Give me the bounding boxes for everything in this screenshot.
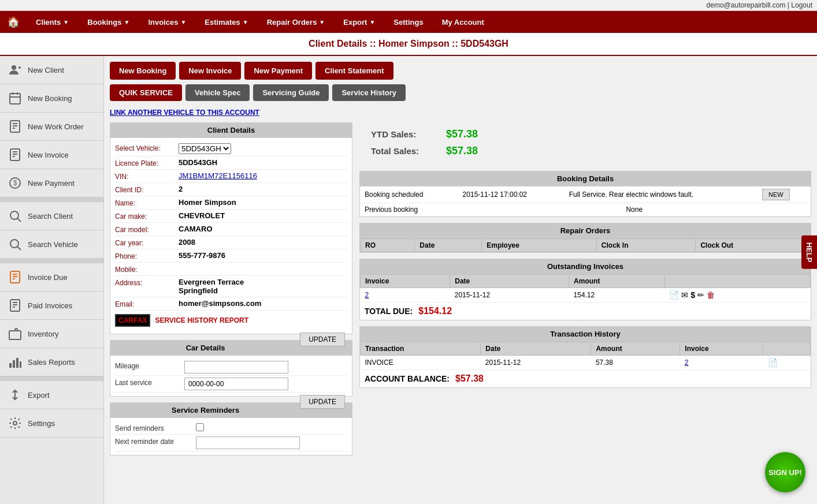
signup-button[interactable]: SIGN UP!: [765, 452, 805, 492]
car-year-label: Car year:: [115, 238, 179, 247]
sidebar-item-search-client[interactable]: Search Client: [0, 202, 103, 230]
booking-scheduled-date: 2015-11-12 17:00:02: [458, 186, 565, 203]
sidebar-item-search-vehicle[interactable]: Search Vehicle: [0, 230, 103, 259]
sidebar-item-new-invoice[interactable]: New Invoice: [0, 141, 103, 169]
new-invoice-button[interactable]: New Invoice: [179, 62, 241, 80]
car-details-body: Mileage Last service UPDATE: [110, 356, 352, 396]
nav-repair-orders[interactable]: Repair Orders ▼: [258, 12, 335, 32]
outstanding-invoices-header: Outstanding Invoices: [360, 259, 811, 274]
car-model-label: Car model:: [115, 225, 179, 234]
client-details-header: Client Details: [110, 123, 352, 138]
invoice-number-link[interactable]: 2: [365, 291, 369, 299]
th-col-amount: Amount: [591, 342, 680, 356]
help-tab[interactable]: HELP: [801, 235, 817, 269]
vin-row: VIN: JM1BM1M72E1156116: [115, 170, 347, 183]
svg-rect-32: [16, 358, 18, 368]
new-work-order-icon: [7, 118, 23, 135]
logout-link[interactable]: Logout: [791, 1, 812, 9]
invoice-actions: 📄 ✉ $ ✏ 🗑: [664, 288, 810, 303]
sidebar: New Client New Booking New Work Order Ne…: [0, 56, 104, 504]
tab-vehicle-spec[interactable]: Vehicle Spec: [185, 84, 250, 101]
total-due-row: TOTAL DUE: $154.12: [360, 303, 811, 320]
svg-point-17: [10, 211, 18, 219]
client-update-button[interactable]: UPDATE: [300, 333, 345, 346]
edit-icon[interactable]: ✏: [697, 290, 704, 300]
vin-label: VIN:: [115, 171, 179, 181]
search-client-icon: [7, 208, 23, 224]
mileage-input[interactable]: [184, 361, 288, 374]
booking-new-button[interactable]: NEW: [762, 189, 790, 200]
nav-invoices[interactable]: Invoices ▼: [139, 12, 195, 32]
sidebar-item-paid-invoices[interactable]: Paid Invoices: [0, 292, 103, 320]
link-another-vehicle[interactable]: LINK ANOTHER VEHICLE TO THIS ACCOUNT: [110, 109, 259, 117]
vin-value[interactable]: JM1BM1M72E1156116: [179, 171, 257, 181]
new-payment-button[interactable]: New Payment: [244, 62, 312, 80]
email-value: homer@simpsons.com: [179, 299, 261, 308]
next-reminder-input[interactable]: [196, 436, 300, 449]
nav-invoices-arrow: ▼: [180, 19, 186, 25]
sidebar-item-settings[interactable]: Settings: [0, 409, 103, 438]
sales-reports-icon: [7, 354, 23, 370]
ro-col-clock-out: Clock Out: [696, 239, 811, 252]
car-model-row: Car model: CAMARO: [115, 223, 347, 236]
new-payment-icon: $: [7, 175, 23, 191]
sidebar-item-sales-reports[interactable]: Sales Reports: [0, 348, 103, 376]
transaction-history-table: Transaction Date Amount Invoice INVOICE …: [360, 342, 811, 370]
booking-details-panel: Booking Details Booking scheduled 2015-1…: [359, 171, 811, 217]
nav-settings[interactable]: Settings: [384, 12, 432, 32]
svg-line-20: [18, 247, 21, 251]
address-label: Address:: [115, 278, 179, 295]
tab-service-history[interactable]: Service History: [332, 84, 406, 101]
car-update-button[interactable]: UPDATE: [300, 395, 345, 409]
last-service-input[interactable]: [184, 378, 288, 390]
car-make-label: Car make:: [115, 211, 179, 221]
nav-estimates[interactable]: Estimates ▼: [195, 12, 257, 32]
carfax-link[interactable]: SERVICE HISTORY REPORT: [155, 316, 248, 324]
outstanding-invoices-panel: Outstanding Invoices Invoice Date Amount: [359, 259, 811, 320]
left-column: Client Details Select Vehicle: 5DD543GH …: [110, 122, 352, 461]
account-balance-row: ACCOUNT BALANCE: $57.38: [360, 370, 811, 387]
select-vehicle-dropdown[interactable]: 5DD543GH: [179, 143, 231, 154]
nav-my-account[interactable]: My Account: [433, 12, 493, 32]
carfax-badge: CARFAX: [115, 314, 150, 327]
sidebar-item-export[interactable]: Export: [0, 381, 103, 409]
pdf-icon[interactable]: 📄: [669, 290, 679, 300]
payment-icon[interactable]: $: [690, 290, 695, 300]
table-row: INVOICE 2015-11-12 57.38 2 📄: [361, 356, 811, 370]
delete-icon[interactable]: 🗑: [707, 290, 715, 300]
th-col-pdf: [763, 342, 811, 356]
sidebar-item-invoice-due[interactable]: Invoice Due: [0, 263, 103, 292]
sidebar-item-inventory[interactable]: Inventory: [0, 320, 103, 348]
email-icon[interactable]: ✉: [681, 290, 688, 300]
action-buttons: New Booking New Invoice New Payment Clie…: [110, 62, 811, 80]
client-id-label: Client ID:: [115, 185, 179, 194]
trans-invoice-link[interactable]: 2: [685, 359, 689, 367]
tab-servicing-guide[interactable]: Servicing Guide: [253, 84, 329, 101]
table-row: 2 2015-11-12 154.12 📄 ✉ $ ✏ 🗑: [361, 288, 811, 303]
transaction-history-panel: Transaction History Transaction Date Amo…: [359, 326, 811, 388]
nav-export[interactable]: Export ▼: [334, 12, 384, 32]
sidebar-item-new-booking[interactable]: New Booking: [0, 84, 103, 113]
svg-rect-29: [9, 331, 21, 339]
sidebar-new-work-order-label: New Work Order: [28, 122, 84, 131]
sidebar-divider-2: [0, 259, 103, 263]
home-icon[interactable]: 🏠: [0, 11, 27, 33]
new-booking-button[interactable]: New Booking: [110, 62, 176, 80]
top-bar: demo@autorepairbill.com | Logout: [0, 0, 817, 11]
nav-clients[interactable]: Clients ▼: [27, 12, 78, 32]
booking-scheduled-row: Booking scheduled 2015-11-12 17:00:02 Fu…: [360, 186, 811, 203]
licence-plate-value: 5DD543GH: [179, 158, 217, 167]
export-icon: [7, 387, 23, 403]
tab-quik-service[interactable]: QUIK SERVICE: [110, 84, 182, 101]
sidebar-item-new-payment[interactable]: $ New Payment: [0, 169, 103, 197]
svg-point-36: [13, 421, 17, 425]
car-year-value: 2008: [179, 238, 195, 247]
sidebar-item-new-work-order[interactable]: New Work Order: [0, 113, 103, 141]
send-reminders-checkbox[interactable]: [196, 423, 204, 431]
sidebar-item-new-client[interactable]: New Client: [0, 56, 103, 84]
trans-pdf-icon[interactable]: 📄: [768, 358, 778, 367]
client-statement-button[interactable]: Client Statement: [315, 62, 393, 80]
mileage-row: Mileage: [115, 359, 347, 376]
svg-rect-33: [20, 361, 21, 368]
nav-bookings[interactable]: Bookings ▼: [78, 12, 139, 32]
